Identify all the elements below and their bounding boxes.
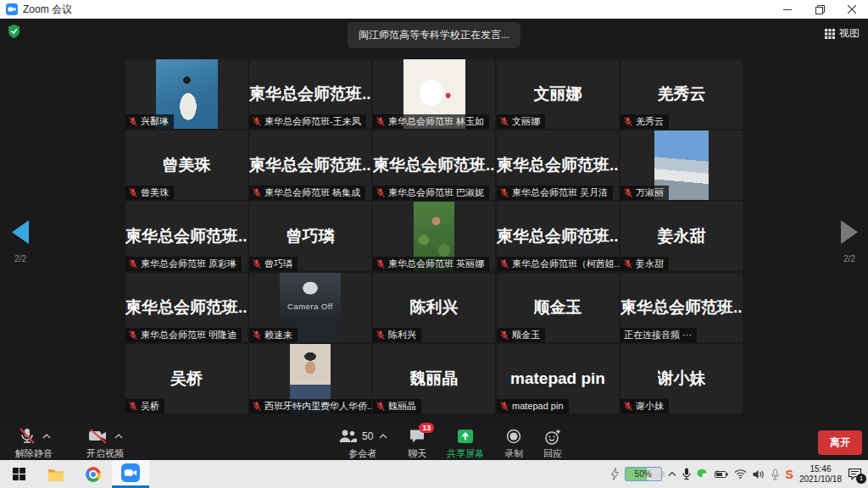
participants-count: 50 xyxy=(362,430,373,442)
battery-percent-widget[interactable]: 50% xyxy=(625,467,662,481)
participant-display-name: 柬华总会师范班... xyxy=(125,297,248,319)
participant-display-name: matepad pin xyxy=(510,369,605,388)
participant-label-text: 姜永甜 xyxy=(636,258,664,269)
window-title: Zoom 会议 xyxy=(23,3,72,17)
participant-name-label: 曾美珠 xyxy=(125,186,174,200)
muted-mic-icon xyxy=(376,259,385,269)
tray-clock[interactable]: 15:46 2021/10/18 xyxy=(799,464,842,485)
share-screen-button[interactable]: 共享屏幕 xyxy=(447,428,484,460)
unmute-options-caret-icon[interactable] xyxy=(42,434,51,439)
tray-date: 2021/10/18 xyxy=(799,474,842,485)
participant-tile[interactable]: 西班牙特内里费华人华侨... xyxy=(249,344,371,413)
participant-name-label: 西班牙特内里费华人华侨... xyxy=(249,399,371,413)
participant-tile[interactable]: 顺金玉顺金玉 xyxy=(497,273,619,342)
participant-tile[interactable]: 柬华总会师范班...柬华总会师范班 原彩琳 xyxy=(125,202,248,271)
security-shield-icon[interactable] xyxy=(8,25,20,38)
tray-wechat-icon[interactable] xyxy=(697,469,709,480)
leave-meeting-button[interactable]: 离开 xyxy=(818,430,862,455)
minimize-button[interactable] xyxy=(771,0,804,19)
muted-mic-icon xyxy=(500,330,509,340)
participant-tile[interactable]: 柬华总会师范班 英丽娜 xyxy=(373,202,495,271)
muted-mic-icon xyxy=(624,402,632,411)
next-page-arrow-icon[interactable] xyxy=(841,220,858,244)
zoom-taskbar-button[interactable] xyxy=(112,460,149,488)
participant-tile[interactable]: 吴桥吴桥 xyxy=(125,344,248,413)
meeting-toolbar: 解除静音 开启视频 50 xyxy=(0,424,868,460)
sogou-input-icon[interactable]: S xyxy=(786,468,793,481)
participant-tile[interactable]: 文丽娜文丽娜 xyxy=(497,59,619,129)
participant-display-name: 柬华总会师范班... xyxy=(249,83,371,105)
tray-device-icon[interactable] xyxy=(771,469,780,480)
muted-mic-icon xyxy=(253,402,261,411)
participant-label-text: 柬华总会师范班 林玉如 xyxy=(388,116,484,127)
start-button[interactable] xyxy=(0,460,37,488)
participant-name-label: 柬华总会师范班 吴月清 xyxy=(497,186,613,200)
participant-tile[interactable]: 谢小妹谢小妹 xyxy=(620,344,743,413)
participant-tile[interactable]: 魏丽晶魏丽晶 xyxy=(373,344,495,413)
video-off-icon xyxy=(88,428,108,445)
record-label: 录制 xyxy=(504,447,523,460)
participant-name-label: 柬华总会师范班（柯茜姐... xyxy=(497,257,619,271)
participant-tile[interactable]: 姜永甜姜永甜 xyxy=(620,202,743,271)
participants-button[interactable]: 50 参会者 xyxy=(337,428,387,460)
participant-name-label: 魏丽晶 xyxy=(373,399,421,413)
participant-label-text: 羌秀云 xyxy=(636,116,664,127)
file-explorer-button[interactable] xyxy=(37,460,75,488)
participant-tile[interactable]: 柬华总会师范班...柬华总会师范班 明隆迪 xyxy=(125,273,248,342)
window-controls xyxy=(771,0,868,19)
participants-caret-icon[interactable] xyxy=(379,434,387,439)
tray-wifi-icon[interactable] xyxy=(734,469,747,479)
grid-view-icon xyxy=(825,29,835,39)
participant-display-name: 柬华总会师范班... xyxy=(125,225,248,247)
participant-label-text: 曾巧璘 xyxy=(264,258,292,269)
tray-volume-icon[interactable] xyxy=(753,469,765,480)
muted-mic-icon xyxy=(624,117,632,126)
participant-display-name: 陈利兴 xyxy=(410,297,459,319)
participant-tile[interactable]: 柬华总会师范班...柬华总会师范班 杨集成 xyxy=(249,130,371,200)
start-video-button[interactable]: 开启视频 xyxy=(86,428,124,460)
participant-display-name: 魏丽晶 xyxy=(410,368,459,390)
participant-label-text: 柬华总会师范班 英丽娜 xyxy=(388,258,484,269)
participant-tile[interactable]: 柬华总会师范班...柬华总会师范班-王来凤 xyxy=(249,59,371,129)
participant-label-text: 柬华总会师范班（柯茜姐... xyxy=(512,258,619,269)
participant-display-name: 曾美珠 xyxy=(163,154,211,176)
camera-off-text: Camera Off xyxy=(280,302,341,311)
participant-tile[interactable]: 柬华总会师范班...柬华总会师范班 吴月清 xyxy=(497,130,619,200)
video-options-caret-icon[interactable] xyxy=(114,434,123,439)
participant-tile[interactable]: 柬华总会师范班 林玉如 xyxy=(373,59,495,129)
participant-tile[interactable]: 兴鄱琳 xyxy=(125,59,248,129)
participant-tile[interactable]: Camera Off赖速来 xyxy=(249,273,371,342)
participant-tile[interactable]: 柬华总会师范班...柬华总会师范班 巴淑妮 xyxy=(373,130,495,200)
participant-tile[interactable]: 曾美珠曾美珠 xyxy=(125,130,248,200)
restore-button[interactable] xyxy=(804,0,836,19)
tray-expand-chevron-icon[interactable] xyxy=(668,471,676,477)
tray-mic-icon[interactable] xyxy=(682,468,691,480)
participant-tile[interactable]: 羌秀云羌秀云 xyxy=(620,59,743,129)
unmute-button[interactable]: 解除静音 xyxy=(15,428,53,460)
chat-button[interactable]: 13 聊天 xyxy=(408,428,426,460)
participant-display-name: 柬华总会师范班... xyxy=(249,154,371,176)
participant-display-name: 柬华总会师范班... xyxy=(373,154,495,176)
system-tray: 50% S xyxy=(611,460,863,488)
view-button[interactable]: 视图 xyxy=(825,26,860,41)
participants-icon xyxy=(337,429,358,444)
action-center-button[interactable]: 1 xyxy=(848,468,863,481)
close-button[interactable] xyxy=(836,0,868,19)
participant-tile[interactable]: 曾巧璘曾巧璘 xyxy=(249,202,371,271)
reactions-button[interactable]: 回应 xyxy=(543,428,562,460)
participant-tile[interactable]: 柬华总会师范班...正在连接音频 ··· xyxy=(620,273,743,342)
participant-tile[interactable]: 柬华总会师范班...柬华总会师范班（柯茜姐... xyxy=(497,202,619,271)
previous-page-arrow-icon[interactable] xyxy=(12,220,29,244)
participant-label-text: 万淑丽 xyxy=(636,187,664,198)
tray-battery-icon[interactable] xyxy=(715,470,728,479)
muted-mic-icon xyxy=(253,259,261,269)
participant-label-text: 柬华总会师范班 杨集成 xyxy=(264,187,360,198)
record-button[interactable]: 录制 xyxy=(504,428,523,460)
reactions-icon xyxy=(544,429,561,445)
share-screen-label: 共享屏幕 xyxy=(447,447,484,460)
participant-tile[interactable]: 陈利兴陈利兴 xyxy=(373,273,495,342)
chrome-button[interactable] xyxy=(75,460,112,488)
participant-tile[interactable]: matepad pinmatepad pin xyxy=(497,344,619,413)
participant-tile[interactable]: 万淑丽 xyxy=(620,130,743,200)
participant-label-text: 吴桥 xyxy=(141,401,159,412)
